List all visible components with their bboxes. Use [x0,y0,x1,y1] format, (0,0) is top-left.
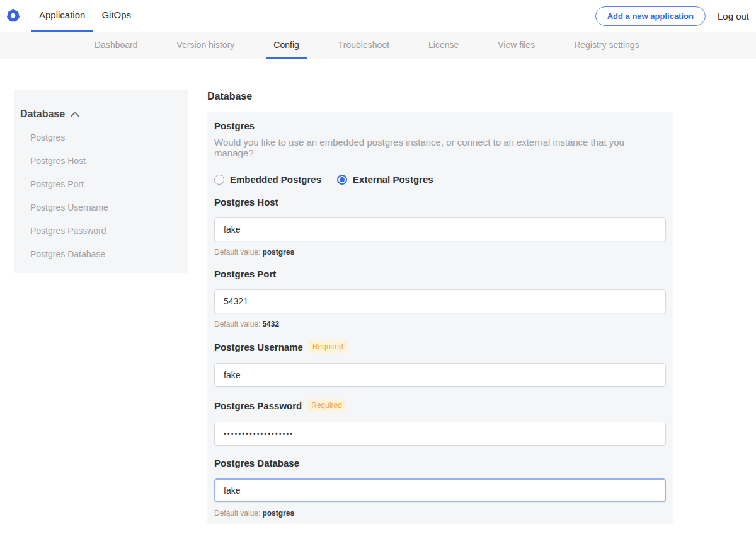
sidebar-item-postgres-port[interactable]: Postgres Port [30,179,181,189]
field-postgres-database: Postgres Database Default value:postgres [214,458,666,518]
sidebar-group-database[interactable]: Database [20,108,181,120]
sidebar-item-postgres-host[interactable]: Postgres Host [30,156,181,166]
subnav-item-version-history[interactable]: Version history [169,32,243,59]
config-group-help: Would you like to use an embedded postgr… [214,137,666,158]
postgres-host-input[interactable] [214,218,666,241]
subnav-item-license[interactable]: License [421,32,466,59]
chevron-up-icon [71,112,79,117]
field-postgres-password: Postgres Password Required [214,399,666,446]
field-label: Postgres Port [214,269,276,279]
postgres-port-input[interactable] [214,289,666,313]
postgres-type-radio-group: Embedded Postgres External Postgres [214,174,666,185]
postgres-username-input[interactable] [214,363,666,387]
page-title: Database [207,90,673,102]
field-label: Postgres Password [214,400,302,411]
config-sidebar: Database Postgres Postgres Host Postgres… [14,90,188,273]
sidebar-item-postgres-password[interactable]: Postgres Password [30,226,181,236]
app-logo-icon[interactable] [6,9,20,23]
radio-external-postgres[interactable]: External Postgres [337,174,433,185]
required-badge: Required [307,399,346,412]
required-badge: Required [308,340,348,353]
field-label: Postgres Username [214,342,303,352]
sidebar-item-postgres-database[interactable]: Postgres Database [30,249,181,259]
sidebar-group-label: Database [20,108,65,120]
field-label: Postgres Database [214,458,299,468]
default-value-helper: Default value:postgres [214,509,666,518]
subnav-item-config[interactable]: Config [266,32,306,59]
sidebar-item-postgres-username[interactable]: Postgres Username [30,202,181,212]
add-application-button[interactable]: Add a new application [595,6,706,26]
field-postgres-port: Postgres Port Default value:5432 [214,269,666,328]
config-group-panel: Postgres Would you like to use an embedd… [207,112,673,524]
sidebar-item-list: Postgres Postgres Host Postgres Port Pos… [20,132,181,259]
subnav-item-view-files[interactable]: View files [490,32,542,59]
default-value-helper: Default value:5432 [214,320,666,328]
radio-checked-icon [337,175,347,185]
subnav-item-registry-settings[interactable]: Registry settings [566,32,646,59]
logout-button[interactable]: Log out [718,11,749,21]
top-nav-actions: Add a new application Log out [595,0,756,32]
content-area: Database Postgres Postgres Host Postgres… [14,90,756,551]
tab-application[interactable]: Application [31,0,93,32]
tab-gitops[interactable]: GitOps [93,0,139,32]
config-main: Database Postgres Would you like to use … [207,90,673,551]
radio-label: Embedded Postgres [230,174,321,185]
top-tabs: Application GitOps [31,0,139,32]
subnav-item-troubleshoot[interactable]: Troubleshoot [331,32,397,59]
top-nav: Application GitOps Add a new application… [0,0,756,32]
field-postgres-host: Postgres Host Default value:postgres [214,197,666,257]
postgres-password-input[interactable] [214,422,666,446]
postgres-database-input[interactable] [214,478,666,502]
config-group-label: Postgres [214,120,666,131]
app-subnav: Dashboard Version history Config Trouble… [0,32,756,59]
default-value-helper: Default value:postgres [214,248,666,257]
field-label: Postgres Host [214,197,278,207]
subnav-item-dashboard[interactable]: Dashboard [87,32,146,59]
radio-embedded-postgres[interactable]: Embedded Postgres [214,174,321,185]
field-postgres-username: Postgres Username Required [214,340,666,387]
radio-label: External Postgres [353,174,433,185]
radio-unchecked-icon [214,175,224,185]
sidebar-item-postgres[interactable]: Postgres [30,132,181,142]
